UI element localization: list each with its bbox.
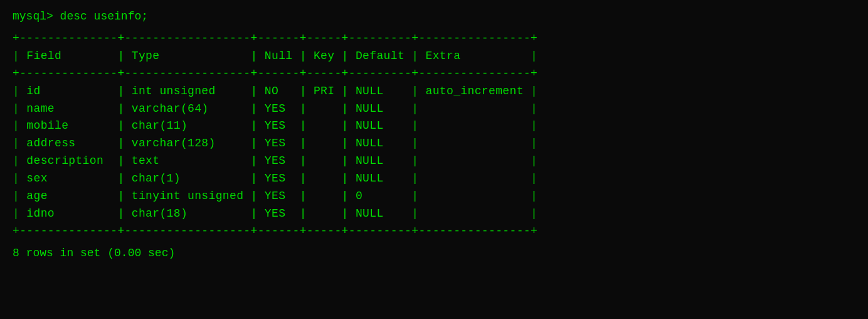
table-row: | description | text | YES | | NULL | | <box>13 153 855 170</box>
table-row: | age | tinyint unsigned | YES | | 0 | | <box>13 188 855 205</box>
table-container: +--------------+------------------+-----… <box>13 30 855 241</box>
separator-mid: +--------------+------------------+-----… <box>13 65 855 83</box>
table-row: | mobile | char(11) | YES | | NULL | | <box>13 117 855 135</box>
table-row: | sex | char(1) | YES | | NULL | | <box>13 170 855 188</box>
separator-top: +--------------+------------------+-----… <box>13 30 855 48</box>
terminal: mysql> desc useinfo; +--------------+---… <box>13 10 855 259</box>
table-row: | name | varchar(64) | YES | | NULL | | <box>13 100 855 118</box>
table-row: | address | varchar(128) | YES | | NULL … <box>13 135 855 153</box>
table-row: | idno | char(18) | YES | | NULL | | <box>13 205 855 223</box>
prompt-line: mysql> desc useinfo; <box>13 10 855 23</box>
footer-line: 8 rows in set (0.00 sec) <box>13 247 855 259</box>
table-header: | Field | Type | Null | Key | Default | … <box>13 48 855 65</box>
table-rows: | id | int unsigned | NO | PRI | NULL | … <box>13 83 855 223</box>
table-row: | id | int unsigned | NO | PRI | NULL | … <box>13 83 855 100</box>
separator-bottom: +--------------+------------------+-----… <box>13 223 855 241</box>
